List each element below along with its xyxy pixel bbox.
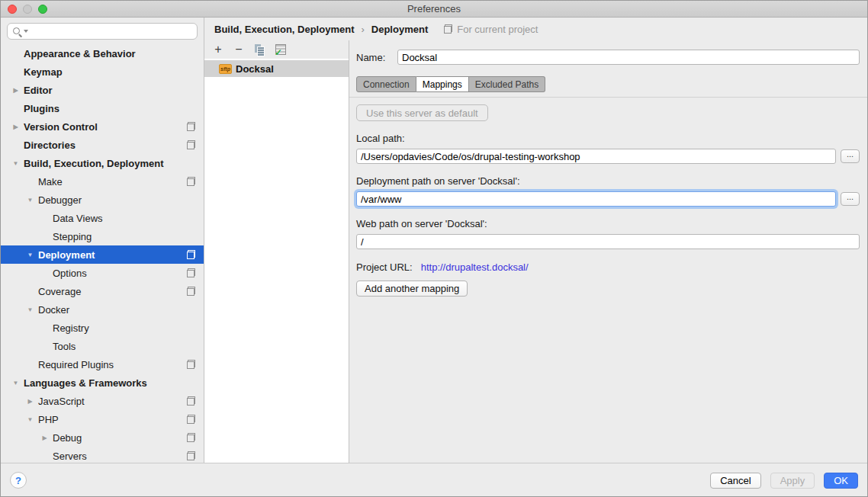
sidebar-item-docker[interactable]: ▼Docker xyxy=(1,300,204,319)
web-path-label: Web path on server 'Docksal': xyxy=(356,218,860,229)
minimize-window-button[interactable] xyxy=(23,5,32,14)
sidebar-item-languages-frameworks[interactable]: ▼Languages & Frameworks xyxy=(1,374,204,392)
chevron-down-icon[interactable]: ▼ xyxy=(23,252,37,258)
cancel-button[interactable]: Cancel xyxy=(710,473,760,489)
search-icon xyxy=(12,27,22,37)
sidebar-item-data-views[interactable]: Data Views xyxy=(1,209,204,227)
current-project-icon xyxy=(186,451,196,461)
sidebar-item-label: Directories xyxy=(24,139,76,151)
apply-button[interactable]: Apply xyxy=(770,473,815,489)
ok-button[interactable]: OK xyxy=(824,473,858,489)
chevron-right-icon[interactable]: ▶ xyxy=(8,87,23,94)
chevron-right-icon[interactable]: ▶ xyxy=(23,398,37,405)
sidebar-item-registry[interactable]: Registry xyxy=(1,319,204,337)
current-project-icon xyxy=(186,396,196,406)
sidebar-item-php[interactable]: ▼PHP xyxy=(1,410,204,428)
current-project-icon xyxy=(443,24,453,34)
local-path-input[interactable] xyxy=(356,149,836,164)
sidebar-item-label: Plugins xyxy=(24,103,59,114)
close-window-button[interactable] xyxy=(8,5,17,14)
use-server-as-default-button[interactable]: Use this server as default xyxy=(356,104,488,121)
deployment-path-label: Deployment path on server 'Docksal': xyxy=(356,175,860,187)
server-list-panel: +−✓ sftp Docksal xyxy=(204,40,349,463)
server-toolbar: +−✓ xyxy=(204,40,349,59)
sidebar-item-required-plugins[interactable]: Required Plugins xyxy=(1,355,204,374)
sidebar-item-keymap[interactable]: Keymap xyxy=(1,63,204,81)
sidebar-item-directories[interactable]: Directories xyxy=(1,136,204,154)
current-project-icon xyxy=(186,250,196,260)
server-list-item-docksal[interactable]: sftp Docksal xyxy=(204,60,349,77)
sidebar-item-deployment[interactable]: ▼Deployment xyxy=(1,245,204,264)
chevron-down-icon[interactable]: ▼ xyxy=(8,160,23,167)
chevron-down-icon[interactable]: ▼ xyxy=(23,306,37,313)
title-bar: Preferences xyxy=(1,1,867,18)
sidebar-item-label: Version Control xyxy=(24,121,98,133)
search-options-caret-icon[interactable] xyxy=(24,30,28,33)
tab-mappings[interactable]: Mappings xyxy=(416,76,469,92)
sidebar-item-debugger[interactable]: ▼Debugger xyxy=(1,191,204,209)
sidebar-item-appearance-behavior[interactable]: Appearance & Behavior xyxy=(1,44,204,63)
chevron-down-icon[interactable]: ▼ xyxy=(23,416,37,423)
sidebar-item-label: Registry xyxy=(53,322,89,334)
sidebar-item-label: Debug xyxy=(53,432,82,444)
sidebar-item-javascript[interactable]: ▶JavaScript xyxy=(1,392,204,410)
copy-icon[interactable] xyxy=(253,43,265,56)
web-path-input[interactable] xyxy=(356,234,860,249)
sidebar-item-label: Data Views xyxy=(53,213,103,224)
sidebar-item-label: JavaScript xyxy=(38,396,85,407)
sidebar-item-label: Editor xyxy=(24,85,53,96)
tab-bar: ConnectionMappingsExcluded Paths xyxy=(356,76,860,92)
sidebar-item-plugins[interactable]: Plugins xyxy=(1,99,204,117)
sidebar-item-label: Coverage xyxy=(38,286,81,297)
add-another-mapping-button[interactable]: Add another mapping xyxy=(356,281,468,297)
name-input[interactable] xyxy=(397,50,860,65)
current-project-icon xyxy=(186,433,196,443)
sidebar-item-version-control[interactable]: ▶Version Control xyxy=(1,117,204,136)
help-button[interactable]: ? xyxy=(10,472,27,489)
tab-connection[interactable]: Connection xyxy=(356,76,416,92)
sidebar-item-build-execution-deployment[interactable]: ▼Build, Execution, Deployment xyxy=(1,154,204,172)
breadcrumb-separator: › xyxy=(361,24,364,35)
name-label: Name: xyxy=(356,52,391,63)
window-controls xyxy=(8,5,47,14)
sidebar-item-label: Required Plugins xyxy=(38,359,114,370)
settings-tree: Appearance & BehaviorKeymap▶EditorPlugin… xyxy=(1,44,204,465)
sidebar-item-options[interactable]: Options xyxy=(1,264,204,282)
sidebar-item-coverage[interactable]: Coverage xyxy=(1,282,204,300)
tab-excluded-paths[interactable]: Excluded Paths xyxy=(469,76,545,92)
check-icon: ✓ xyxy=(275,47,282,58)
sidebar-item-debug[interactable]: ▶Debug xyxy=(1,428,204,447)
search-box[interactable] xyxy=(7,23,198,40)
sidebar-item-servers[interactable]: Servers xyxy=(1,447,204,465)
server-name: Docksal xyxy=(236,63,274,75)
current-project-icon xyxy=(186,415,196,425)
dialog-footer: ? Cancel Apply OK xyxy=(1,463,867,497)
breadcrumb-parent[interactable]: Build, Execution, Deployment xyxy=(214,24,354,35)
use-as-default-icon[interactable]: ✓ xyxy=(274,43,286,56)
project-url-link[interactable]: http://drupaltest.docksal/ xyxy=(421,261,529,273)
deployment-path-input[interactable] xyxy=(356,191,836,207)
sidebar-item-editor[interactable]: ▶Editor xyxy=(1,81,204,99)
add-glyph: + xyxy=(214,44,221,55)
chevron-right-icon[interactable]: ▶ xyxy=(37,434,52,441)
sidebar-item-label: Debugger xyxy=(38,194,82,206)
add-icon[interactable]: + xyxy=(212,43,224,56)
chevron-right-icon[interactable]: ▶ xyxy=(8,123,23,130)
chevron-down-icon[interactable]: ▼ xyxy=(23,197,37,204)
deployment-path-browse-button[interactable]: ... xyxy=(841,192,860,206)
remove-icon[interactable]: − xyxy=(233,43,245,56)
zoom-window-button[interactable] xyxy=(38,5,47,14)
sidebar-item-tools[interactable]: Tools xyxy=(1,337,204,355)
project-url-label: Project URL: xyxy=(356,261,413,273)
sidebar-item-label: Tools xyxy=(53,341,76,352)
local-path-browse-button[interactable]: ... xyxy=(841,149,860,163)
sidebar-item-label: Build, Execution, Deployment xyxy=(24,158,163,169)
current-project-icon xyxy=(186,287,196,297)
sidebar-item-label: Options xyxy=(53,268,87,279)
sidebar-item-make[interactable]: Make xyxy=(1,172,204,191)
sidebar-item-stepping[interactable]: Stepping xyxy=(1,227,204,245)
breadcrumb: Build, Execution, Deployment › Deploymen… xyxy=(204,18,867,40)
search-input[interactable] xyxy=(31,26,192,37)
local-path-label: Local path: xyxy=(356,133,860,144)
chevron-down-icon[interactable]: ▼ xyxy=(8,380,23,386)
